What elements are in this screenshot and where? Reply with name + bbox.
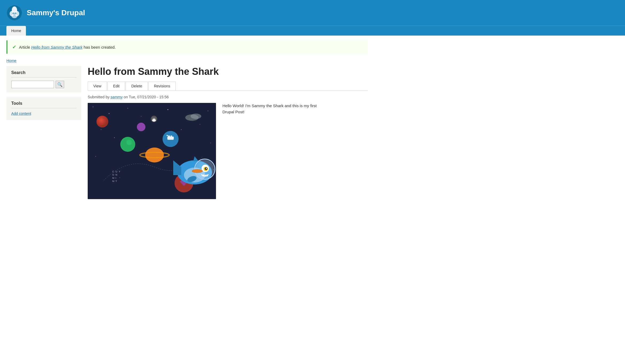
svg-point-8 bbox=[15, 13, 16, 14]
svg-point-14 bbox=[168, 109, 168, 110]
search-block-title: Search bbox=[11, 70, 76, 78]
status-article-link[interactable]: Hello from Sammy the Shark bbox=[31, 45, 83, 49]
site-header: Sammy's Drupal bbox=[0, 0, 625, 26]
svg-point-66 bbox=[206, 168, 207, 169]
article-title: Hello from Sammy the Shark bbox=[88, 66, 368, 77]
svg-point-47 bbox=[191, 114, 201, 119]
svg-text:C: C bbox=[112, 170, 115, 173]
check-icon: ✔ bbox=[12, 44, 16, 50]
tools-block: Tools Add content bbox=[6, 97, 81, 120]
svg-text:I: I bbox=[115, 177, 117, 179]
svg-point-16 bbox=[208, 111, 208, 111]
search-block: Search 🔍 bbox=[6, 66, 81, 92]
tab-edit[interactable]: Edit bbox=[107, 82, 125, 90]
main-content: Hello from Sammy the Shark View Edit Del… bbox=[88, 66, 368, 199]
svg-rect-37 bbox=[167, 135, 168, 136]
tools-block-title: Tools bbox=[11, 101, 76, 108]
svg-point-21 bbox=[210, 143, 211, 143]
status-message: ✔ Article Hello from Sammy the Shark has… bbox=[6, 40, 368, 54]
svg-point-39 bbox=[152, 119, 156, 122]
search-row: 🔍 bbox=[11, 81, 76, 88]
svg-point-70 bbox=[192, 169, 203, 173]
search-button[interactable]: 🔍 bbox=[56, 81, 64, 88]
article-tabs: View Edit Delete Revisions bbox=[88, 82, 368, 91]
svg-point-10 bbox=[93, 107, 93, 107]
svg-point-43 bbox=[155, 118, 155, 119]
svg-point-7 bbox=[13, 13, 14, 14]
svg-text:N: N bbox=[115, 173, 118, 176]
search-icon: 🔍 bbox=[57, 82, 63, 87]
nav-home[interactable]: Home bbox=[6, 26, 26, 36]
svg-point-23 bbox=[119, 177, 120, 178]
svg-rect-69 bbox=[206, 175, 208, 176]
svg-point-4 bbox=[11, 14, 17, 18]
svg-point-18 bbox=[101, 129, 101, 130]
sidebar: Search 🔍 Tools Add content bbox=[6, 66, 81, 199]
add-content-link[interactable]: Add content bbox=[11, 111, 31, 116]
svg-point-29 bbox=[126, 140, 132, 145]
svg-rect-67 bbox=[203, 175, 204, 176]
svg-text:Y: Y bbox=[119, 170, 121, 173]
svg-text:M: M bbox=[112, 177, 115, 179]
svg-text:U: U bbox=[115, 170, 118, 173]
svg-text:T: T bbox=[115, 180, 118, 183]
author-link[interactable]: sammy bbox=[111, 95, 123, 99]
article-body: C O M M U N I T Y bbox=[88, 103, 368, 199]
svg-rect-35 bbox=[168, 135, 170, 137]
tab-view[interactable]: View bbox=[88, 82, 107, 90]
article-image: C O M M U N I T Y bbox=[88, 103, 216, 199]
svg-rect-36 bbox=[171, 135, 172, 137]
svg-point-31 bbox=[145, 148, 164, 162]
svg-point-27 bbox=[97, 116, 108, 127]
svg-point-19 bbox=[114, 137, 115, 138]
svg-rect-68 bbox=[205, 175, 206, 177]
svg-text:O: O bbox=[112, 173, 115, 176]
svg-point-12 bbox=[128, 108, 128, 109]
svg-point-22 bbox=[95, 156, 96, 157]
svg-point-30 bbox=[137, 123, 145, 131]
svg-point-20 bbox=[181, 129, 182, 130]
search-input[interactable] bbox=[11, 81, 54, 88]
svg-point-11 bbox=[109, 113, 110, 114]
site-title: Sammy's Drupal bbox=[27, 9, 85, 17]
svg-point-13 bbox=[141, 116, 141, 117]
tab-delete[interactable]: Delete bbox=[126, 82, 148, 90]
drupal-logo bbox=[6, 5, 22, 21]
breadcrumb: Home bbox=[6, 59, 368, 63]
main-navbar: Home bbox=[0, 26, 625, 36]
two-column-layout: Search 🔍 Tools Add content Hello from Sa… bbox=[6, 66, 368, 199]
article-body-text: Hello World! I'm Sammy the Shark and thi… bbox=[222, 103, 329, 115]
svg-point-17 bbox=[200, 124, 200, 125]
svg-point-42 bbox=[153, 118, 153, 119]
status-text: Article Hello from Sammy the Shark has b… bbox=[19, 45, 116, 49]
article-meta: Submitted by sammy on Tue, 07/21/2020 - … bbox=[88, 95, 368, 99]
tab-revisions[interactable]: Revisions bbox=[148, 82, 176, 90]
svg-text:M: M bbox=[112, 180, 115, 183]
breadcrumb-home[interactable]: Home bbox=[6, 59, 16, 63]
